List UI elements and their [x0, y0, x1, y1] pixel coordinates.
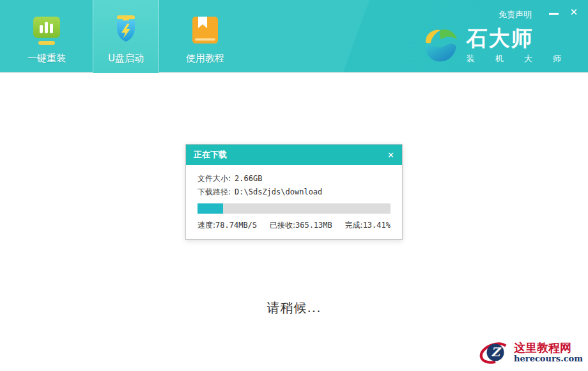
download-dialog-header: 正在下载 ✕	[186, 145, 402, 165]
download-dialog: 正在下载 ✕ 文件大小: 2.66GB 下载路径: D:\SdsZjds\dow…	[185, 144, 403, 240]
disclaimer-link[interactable]: 免责声明	[499, 9, 532, 20]
file-size-label: 文件大小:	[197, 172, 231, 186]
tab-usb-boot[interactable]: U盘启动	[93, 0, 159, 73]
download-dialog-body: 文件大小: 2.66GB 下载路径: D:\SdsZjds\download 速…	[186, 165, 402, 239]
download-progress-bar	[197, 203, 391, 214]
brand-name: 石大师	[467, 28, 570, 49]
dialog-close-icon[interactable]: ✕	[387, 151, 394, 159]
progress-fill	[197, 203, 223, 214]
received-value: 365.13MB	[295, 221, 332, 230]
completed-value: 13.41%	[363, 221, 391, 230]
file-size-row: 文件大小: 2.66GB	[197, 172, 391, 186]
brand-subtitle: 装 机 大 师	[467, 53, 570, 65]
minimize-icon[interactable]	[549, 13, 559, 15]
watermark-z-logo-icon: Z	[479, 336, 511, 368]
usb-boot-shield-icon	[109, 13, 143, 49]
tab-tutorial[interactable]: 使用教程	[172, 0, 238, 73]
reinstall-chart-icon	[30, 13, 63, 49]
download-path-value: D:\SdsZjds\download	[235, 186, 322, 199]
file-size-value: 2.66GB	[235, 172, 262, 186]
watermark-site-domain: herecours.com	[514, 354, 583, 363]
watermark-site-name: 这里教程网	[514, 342, 583, 354]
completed-label: 完成:	[345, 220, 363, 231]
brand-block: 石大师 装 机 大 师	[422, 27, 570, 65]
app-header: 一键重装 U盘启动	[0, 0, 588, 73]
close-icon[interactable]: ✕	[568, 6, 579, 19]
tab-label: U盘启动	[108, 52, 144, 65]
speed-label: 速度:	[197, 220, 215, 231]
download-path-row: 下载路径: D:\SdsZjds\download	[197, 186, 391, 199]
speed-stat: 速度:78.74MB/S	[197, 220, 257, 231]
shidashi-logo-icon	[422, 27, 460, 65]
please-wait-text: 请稍候...	[0, 299, 588, 317]
download-path-label: 下载路径:	[197, 186, 231, 199]
tab-one-key-reinstall[interactable]: 一键重装	[13, 0, 80, 73]
completed-stat: 完成:13.41%	[345, 220, 391, 231]
received-stat: 已接收:365.13MB	[270, 220, 332, 231]
main-nav-tabs: 一键重装 U盘启动	[13, 0, 251, 73]
tab-label: 使用教程	[186, 52, 224, 65]
tab-label: 一键重装	[27, 52, 66, 65]
download-stats-row: 速度:78.74MB/S 已接收:365.13MB 完成:13.41%	[197, 220, 391, 231]
site-watermark: Z 这里教程网 herecours.com	[476, 335, 585, 370]
received-label: 已接收:	[270, 220, 295, 231]
dialog-title: 正在下载	[194, 149, 387, 161]
tutorial-book-icon	[189, 13, 222, 49]
speed-value: 78.74MB/S	[215, 221, 257, 230]
